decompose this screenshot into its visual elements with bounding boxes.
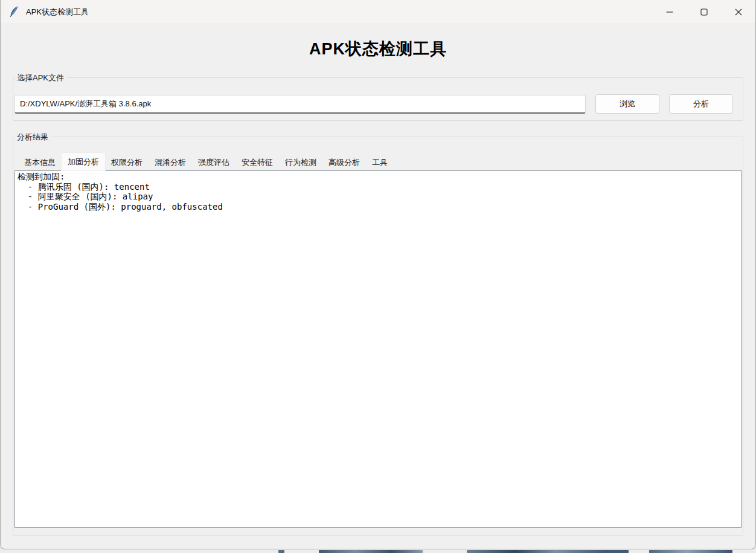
maximize-icon[interactable] [687, 0, 721, 24]
analyze-button[interactable]: 分析 [669, 94, 733, 114]
output-line: - 阿里聚安全 (国内): alipay [18, 192, 738, 202]
file-row: 浏览 分析 [14, 94, 733, 114]
browse-button[interactable]: 浏览 [595, 94, 659, 114]
tab-pack-analysis[interactable]: 加固分析 [62, 153, 105, 170]
app-window: APK状态检测工具 APK状态检测工具 选择APK文件 浏览 分析 分析结果 基… [0, 0, 756, 549]
tab-strength-assessment[interactable]: 强度评估 [192, 155, 235, 170]
taskbar-icons-sliver [0, 549, 756, 553]
results-tab-bar: 基本信息 加固分析 权限分析 混淆分析 强度评估 安全特征 行为检测 高级分析 … [18, 153, 394, 170]
file-select-group-label: 选择APK文件 [14, 73, 66, 83]
window-title: APK状态检测工具 [26, 7, 89, 18]
page-title: APK状态检测工具 [1, 38, 755, 60]
tab-permission-analysis[interactable]: 权限分析 [105, 155, 149, 170]
output-line: - 腾讯乐固 (国内): tencent [18, 182, 738, 192]
taskbar-icon-fragment [278, 550, 284, 553]
tab-behavior-detection[interactable]: 行为检测 [279, 155, 322, 170]
tab-security-features[interactable]: 安全特征 [235, 155, 279, 170]
apk-path-input[interactable] [14, 95, 586, 114]
tab-basic-info[interactable]: 基本信息 [18, 155, 62, 170]
minimize-icon[interactable] [652, 0, 687, 24]
caption-buttons [652, 0, 755, 24]
titlebar: APK状态检测工具 [1, 0, 755, 24]
file-select-group: 选择APK文件 浏览 分析 [13, 77, 743, 121]
output-line: - ProGuard (国外): proguard, obfuscated [18, 202, 738, 212]
close-icon[interactable] [721, 0, 755, 24]
tab-obfuscation-analysis[interactable]: 混淆分析 [149, 155, 192, 170]
tab-advanced-analysis[interactable]: 高级分析 [322, 155, 366, 170]
taskbar-icon-fragment [649, 550, 732, 553]
taskbar-icon-fragment [319, 550, 423, 553]
analysis-results-group: 分析结果 基本信息 加固分析 权限分析 混淆分析 强度评估 安全特征 行为检测 … [13, 137, 743, 536]
output-line: 检测到加固: [18, 172, 738, 182]
taskbar-icon-fragment [467, 550, 629, 553]
tab-tools[interactable]: 工具 [366, 155, 394, 170]
analysis-results-group-label: 分析结果 [14, 132, 51, 142]
analysis-output-textarea[interactable]: 检测到加固: - 腾讯乐固 (国内): tencent - 阿里聚安全 (国内)… [14, 170, 742, 528]
python-tk-feather-icon [9, 6, 19, 18]
